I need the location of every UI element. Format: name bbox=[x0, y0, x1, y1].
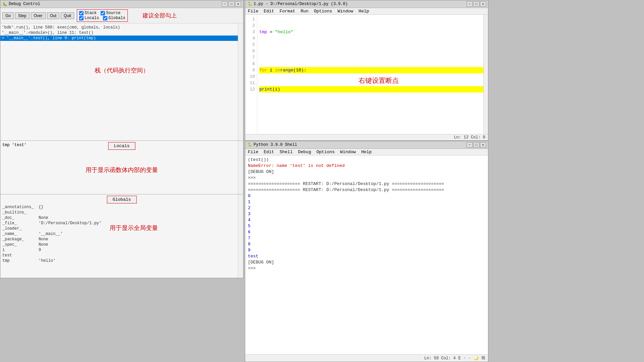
shell-line-9: 2 bbox=[248, 205, 485, 211]
shell-icon-moon: 🌙 bbox=[474, 356, 479, 361]
quit-button[interactable]: Quit bbox=[61, 12, 74, 19]
shell-line-4: ==================== RESTART: D:/Persona… bbox=[248, 181, 485, 187]
shell-menu-file[interactable]: File bbox=[248, 149, 258, 155]
shell-line-14: 7 bbox=[248, 235, 485, 241]
editor-menu-help[interactable]: Help bbox=[359, 9, 369, 14]
source-checkbox[interactable] bbox=[101, 11, 105, 15]
editor-menu-options[interactable]: Options bbox=[314, 9, 332, 14]
locals-panel: Locals tmp 'test' 用于显示函数体内部的变量 bbox=[0, 141, 243, 194]
locals-panel-label: Locals bbox=[114, 143, 130, 148]
shell-menu-help[interactable]: Help bbox=[361, 149, 372, 155]
globals-val-6: None bbox=[39, 237, 48, 242]
globals-key-9: test bbox=[2, 253, 36, 258]
step-button[interactable]: Step bbox=[15, 12, 30, 19]
shell-menu-options[interactable]: Options bbox=[316, 149, 335, 155]
shell-line-15: 8 bbox=[248, 241, 485, 247]
globals-scrollbar[interactable] bbox=[238, 194, 243, 278]
globals-row-10: tmp'hello' bbox=[2, 258, 241, 263]
debug-maximize-button[interactable]: □ bbox=[228, 1, 234, 7]
checkbox-row-1: Stack Source bbox=[79, 11, 125, 15]
shell-menu-edit[interactable]: Edit bbox=[264, 149, 274, 155]
stack-item-2[interactable]: > '__main__'.test(), line 9: print(tmp) bbox=[0, 36, 243, 41]
editor-menu-file[interactable]: File bbox=[248, 9, 258, 14]
debug-close-button[interactable]: ✕ bbox=[235, 1, 241, 7]
shell-line-12: 5 bbox=[248, 223, 485, 229]
editor-scrollbar[interactable] bbox=[483, 15, 488, 134]
stack-item-1[interactable]: '__main__'.<module>(), line 11: test() bbox=[0, 30, 243, 36]
globals-checkbox[interactable] bbox=[103, 16, 107, 20]
shell-maximize-button[interactable]: □ bbox=[473, 142, 479, 147]
out-button[interactable]: Out bbox=[47, 12, 59, 19]
shell-line-17: test bbox=[248, 253, 485, 259]
shell-status-ln-col: Ln: 58 Col: 4 bbox=[424, 356, 456, 361]
globals-checkbox-label[interactable]: Globals bbox=[103, 16, 125, 20]
editor-menu-format[interactable]: Format bbox=[279, 9, 295, 14]
globals-val-5: '__main__' bbox=[39, 232, 63, 236]
globals-key-2: _doc_ bbox=[2, 216, 36, 220]
source-label: Source bbox=[106, 11, 120, 15]
stack-label: Stack bbox=[85, 11, 97, 15]
display-options-group: Stack Source Locals Globals bbox=[77, 9, 128, 22]
shell-line-11: 4 bbox=[248, 217, 485, 223]
code-editor[interactable]: tmp = "hello" for i in range(10): print(… bbox=[257, 15, 488, 134]
globals-annotation: 用于显示全局变量 bbox=[110, 224, 158, 232]
globals-val-2: None bbox=[39, 216, 48, 220]
globals-val-7: None bbox=[39, 242, 48, 247]
code-line-2 bbox=[259, 48, 486, 54]
shell-menu-shell[interactable]: Shell bbox=[279, 149, 292, 155]
globals-key-4: _loader_ bbox=[2, 226, 36, 231]
editor-close-button[interactable]: ✕ bbox=[480, 1, 486, 7]
shell-icon-dot1: · bbox=[464, 356, 466, 361]
stack-item-0[interactable]: 'bdb'.run(), line 580: exec(cmd, globals… bbox=[0, 25, 243, 30]
shell-line-2: [DEBUG ON] bbox=[248, 169, 485, 175]
checkbox-annotation: 建议全部勾上 bbox=[143, 12, 177, 19]
editor-window-controls: ─ □ ✕ bbox=[467, 1, 486, 7]
shell-minimize-button[interactable]: ─ bbox=[467, 142, 473, 147]
debug-minimize-button[interactable]: ─ bbox=[222, 1, 228, 7]
code-line-1: tmp = "hello" bbox=[259, 29, 486, 35]
editor-titlebar: 🐍 1.py - D:/Personal/Desktop/1.py (3.9.0… bbox=[245, 0, 488, 8]
code-area[interactable]: 123456 789101112 tmp = "hello" for i in … bbox=[245, 15, 488, 134]
code-line-6 bbox=[259, 124, 486, 131]
shell-close-button[interactable]: ✕ bbox=[480, 142, 486, 147]
stack-checkbox-label[interactable]: Stack bbox=[79, 11, 97, 15]
globals-key-10: tmp bbox=[2, 258, 36, 263]
locals-label: Locals bbox=[85, 16, 99, 20]
shell-line-16: 9 bbox=[248, 247, 485, 253]
locals-checkbox-label[interactable]: Locals bbox=[79, 16, 99, 20]
editor-menu-edit[interactable]: Edit bbox=[264, 9, 274, 14]
shell-menu-window[interactable]: Window bbox=[340, 149, 356, 155]
shell-icon-dot2: · bbox=[469, 356, 471, 361]
locals-value: tmp 'test' bbox=[2, 143, 26, 147]
source-checkbox-label[interactable]: Source bbox=[101, 11, 120, 15]
go-button[interactable]: Go bbox=[2, 12, 14, 19]
debug-control-window: 🐛 Debug Control ─ □ ✕ Go Step Over Out Q… bbox=[0, 0, 244, 278]
globals-key-8: i bbox=[2, 248, 36, 252]
globals-key-0: _annotations_ bbox=[2, 205, 36, 209]
shell-line-0: (test()) bbox=[248, 157, 485, 163]
debug-toolbar: Go Step Over Out Quit Stack Source Local… bbox=[0, 8, 243, 23]
shell-line-1: NameError: name 'test' is not defined bbox=[248, 163, 485, 169]
debug-icon: 🐛 bbox=[2, 2, 7, 7]
over-button[interactable]: Over bbox=[31, 12, 46, 19]
globals-row-5: _name_'__main__' bbox=[2, 231, 241, 237]
locals-checkbox[interactable] bbox=[79, 16, 84, 20]
shell-line-7: 0 bbox=[248, 193, 485, 199]
editor-minimize-button[interactable]: ─ bbox=[467, 1, 473, 7]
shell-icon-lang: 简 bbox=[481, 355, 485, 361]
stack-checkbox[interactable] bbox=[79, 11, 84, 15]
globals-key-6: _package_ bbox=[2, 237, 36, 242]
editor-menu-window[interactable]: Window bbox=[337, 9, 353, 14]
globals-key-1: _builtins_ bbox=[2, 210, 36, 215]
shell-menu-debug[interactable]: Debug bbox=[298, 149, 311, 155]
editor-maximize-button[interactable]: □ bbox=[473, 1, 479, 7]
editor-statusbar: Ln: 12 Col: 0 bbox=[245, 134, 488, 140]
editor-menu-run[interactable]: Run bbox=[301, 9, 308, 14]
stack-list: 'bdb'.run(), line 580: exec(cmd, globals… bbox=[0, 23, 243, 140]
locals-scrollbar[interactable] bbox=[238, 141, 243, 194]
globals-panel: Globals _annotations_{}_builtins__doc_No… bbox=[0, 194, 243, 278]
shell-content[interactable]: (test()) NameError: name 'test' is not d… bbox=[245, 156, 488, 354]
stack-scrollbar[interactable] bbox=[238, 23, 243, 140]
shell-titlebar: 🐍 Python 3.9.0 Shell ─ □ ✕ bbox=[245, 141, 488, 149]
shell-line-8: 1 bbox=[248, 199, 485, 205]
